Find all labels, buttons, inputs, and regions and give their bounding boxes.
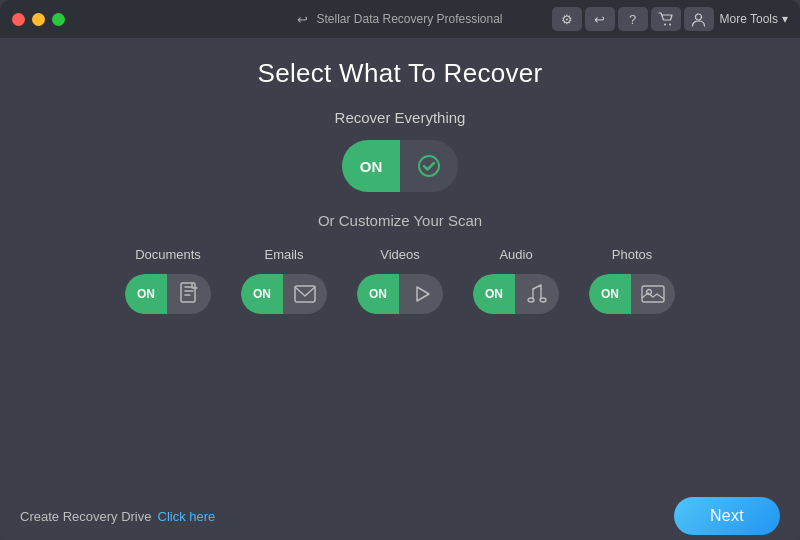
bottom-bar: Create Recovery Drive Click here Next	[0, 492, 800, 540]
settings-button[interactable]: ⚙	[552, 7, 582, 31]
recover-everything-toggle[interactable]: ON	[342, 140, 459, 192]
page-title: Select What To Recover	[257, 58, 542, 89]
photos-label: Photos	[612, 247, 652, 262]
audio-on-label: ON	[473, 274, 515, 314]
svg-rect-5	[295, 286, 315, 302]
documents-icon	[167, 274, 211, 314]
videos-toggle[interactable]: ON	[357, 274, 443, 314]
recover-everything-label: Recover Everything	[335, 109, 466, 126]
chevron-down-icon: ▾	[782, 12, 788, 26]
videos-icon	[399, 274, 443, 314]
user-button[interactable]	[684, 7, 714, 31]
emails-toggle[interactable]: ON	[241, 274, 327, 314]
maximize-button[interactable]	[52, 13, 65, 26]
close-button[interactable]	[12, 13, 25, 26]
audio-label: Audio	[499, 247, 532, 262]
videos-label: Videos	[380, 247, 420, 262]
svg-point-1	[669, 24, 671, 26]
svg-point-3	[419, 156, 439, 176]
toggle-check-box	[400, 140, 458, 192]
more-tools-button[interactable]: More Tools ▾	[720, 12, 788, 26]
window-title: Stellar Data Recovery Professional	[316, 12, 502, 26]
svg-marker-6	[417, 287, 429, 301]
traffic-lights	[12, 13, 65, 26]
videos-on-label: ON	[357, 274, 399, 314]
emails-on-label: ON	[241, 274, 283, 314]
titlebar: ↩ Stellar Data Recovery Professional ⚙ ↩…	[0, 0, 800, 38]
toggle-on-label: ON	[342, 140, 401, 192]
documents-label: Documents	[135, 247, 201, 262]
svg-point-8	[540, 298, 546, 302]
svg-point-7	[528, 298, 534, 302]
category-documents: Documents ON	[125, 247, 211, 314]
svg-rect-9	[642, 286, 664, 302]
svg-rect-4	[181, 283, 195, 302]
documents-toggle[interactable]: ON	[125, 274, 211, 314]
titlebar-right: ⚙ ↩ ?	[552, 7, 788, 31]
categories-row: Documents ON Emails ON	[125, 247, 675, 314]
history-button[interactable]: ↩	[585, 7, 615, 31]
category-videos: Videos ON	[357, 247, 443, 314]
svg-point-2	[696, 14, 702, 20]
main-window: ↩ Stellar Data Recovery Professional ⚙ ↩…	[0, 0, 800, 540]
category-photos: Photos ON	[589, 247, 675, 314]
audio-toggle[interactable]: ON	[473, 274, 559, 314]
emails-icon	[283, 274, 327, 314]
user-icon	[691, 12, 706, 27]
customize-label: Or Customize Your Scan	[318, 212, 482, 229]
category-audio: Audio ON	[473, 247, 559, 314]
toolbar-buttons: ⚙ ↩ ?	[552, 7, 714, 31]
emails-label: Emails	[264, 247, 303, 262]
create-recovery-section: Create Recovery Drive Click here	[20, 509, 215, 524]
undo-icon: ↩	[297, 12, 308, 27]
create-recovery-label: Create Recovery Drive	[20, 509, 152, 524]
toggle-switch: ON	[342, 140, 459, 192]
checkmark-icon	[418, 155, 440, 177]
next-button[interactable]: Next	[674, 497, 780, 535]
settings-icon: ⚙	[561, 12, 573, 27]
cart-icon	[658, 12, 674, 26]
audio-icon	[515, 274, 559, 314]
photos-icon	[631, 274, 675, 314]
svg-point-0	[664, 24, 666, 26]
main-content: Select What To Recover Recover Everythin…	[0, 38, 800, 492]
help-icon: ?	[629, 12, 636, 27]
click-here-link[interactable]: Click here	[158, 509, 216, 524]
titlebar-center: ↩ Stellar Data Recovery Professional	[297, 12, 502, 27]
minimize-button[interactable]	[32, 13, 45, 26]
help-button[interactable]: ?	[618, 7, 648, 31]
documents-on-label: ON	[125, 274, 167, 314]
photos-on-label: ON	[589, 274, 631, 314]
cart-button[interactable]	[651, 7, 681, 31]
category-emails: Emails ON	[241, 247, 327, 314]
history-icon: ↩	[594, 12, 605, 27]
photos-toggle[interactable]: ON	[589, 274, 675, 314]
more-tools-label: More Tools	[720, 12, 778, 26]
